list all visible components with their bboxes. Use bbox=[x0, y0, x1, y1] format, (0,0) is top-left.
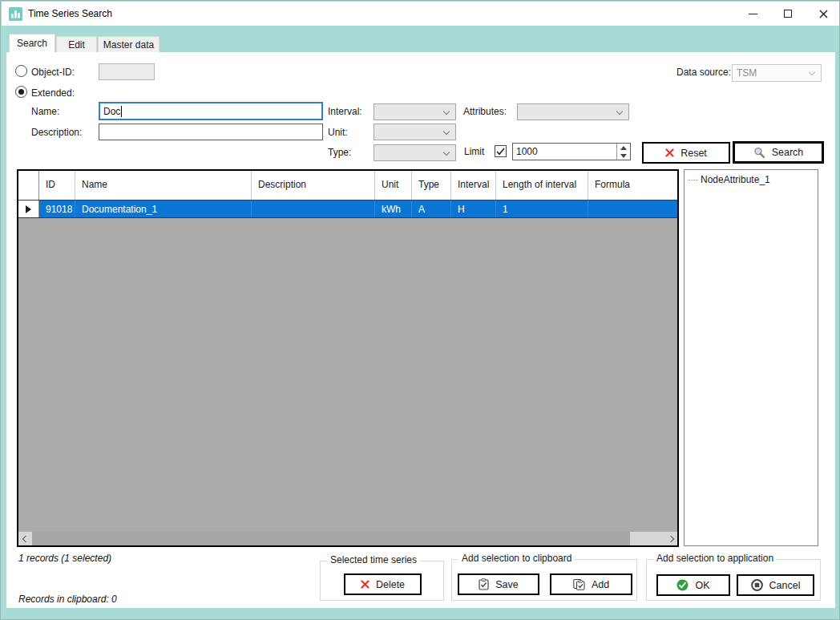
extended-radio[interactable] bbox=[15, 86, 27, 98]
grid-empty-area bbox=[18, 218, 677, 532]
cancel-button[interactable]: Cancel bbox=[737, 574, 814, 596]
grid-header-unit[interactable]: Unit bbox=[375, 171, 412, 200]
green-check-icon bbox=[676, 579, 689, 591]
chevron-down-icon bbox=[809, 69, 815, 75]
tree-item-label: NodeAttribute_1 bbox=[701, 174, 770, 185]
red-x-icon bbox=[665, 148, 674, 157]
row-marker-cell[interactable] bbox=[18, 201, 39, 217]
magnifier-icon bbox=[753, 147, 765, 159]
time-series-search-window: Time Series Search Search Edit Master da… bbox=[0, 0, 840, 620]
type-label: Type: bbox=[328, 147, 351, 158]
scrollbar-track[interactable] bbox=[630, 532, 664, 545]
limit-label: Limit bbox=[464, 146, 484, 157]
records-status: 1 records (1 selected) bbox=[18, 553, 111, 564]
grid-header-type[interactable]: Type bbox=[412, 171, 451, 200]
clipboard-add-icon bbox=[573, 578, 585, 590]
save-button[interactable]: Save bbox=[458, 573, 539, 595]
chevron-down-icon bbox=[443, 108, 450, 115]
attributes-label: Attributes: bbox=[463, 106, 507, 117]
tree-item-nodeattribute[interactable]: NodeAttribute_1 bbox=[688, 173, 814, 186]
table-row[interactable]: 91018 Documentation_1 kWh A H 1 bbox=[18, 201, 677, 218]
limit-spinner[interactable]: 1000 bbox=[512, 143, 631, 160]
unit-label: Unit: bbox=[328, 127, 348, 138]
object-id-field[interactable] bbox=[99, 63, 155, 80]
tab-edit[interactable]: Edit bbox=[56, 36, 97, 52]
maximize-button[interactable] bbox=[774, 2, 802, 26]
spinner-buttons bbox=[616, 144, 630, 160]
tree-connector-icon bbox=[688, 180, 698, 180]
attributes-select[interactable] bbox=[517, 103, 629, 120]
object-id-radio[interactable] bbox=[15, 65, 27, 77]
grid-header-name[interactable]: Name bbox=[75, 171, 252, 200]
name-input[interactable]: Doc bbox=[99, 102, 323, 120]
close-button[interactable] bbox=[810, 2, 837, 26]
search-button-label: Search bbox=[772, 147, 804, 158]
cell-length-of-interval[interactable]: 1 bbox=[496, 201, 588, 217]
limit-checkbox[interactable] bbox=[495, 145, 507, 157]
delete-button[interactable]: Delete bbox=[344, 573, 422, 595]
arrow-down-icon bbox=[620, 154, 627, 158]
reset-button-label: Reset bbox=[680, 148, 707, 159]
reset-button[interactable]: Reset bbox=[642, 142, 730, 164]
ok-button[interactable]: OK bbox=[656, 574, 730, 596]
minimize-button[interactable] bbox=[739, 2, 766, 26]
app-bar-chart-icon bbox=[9, 7, 22, 21]
grid-header-id[interactable]: ID bbox=[39, 171, 75, 200]
tab-search-label: Search bbox=[17, 38, 47, 49]
name-label: Name: bbox=[31, 106, 59, 117]
horizontal-scrollbar[interactable] bbox=[18, 532, 677, 545]
unit-select[interactable] bbox=[374, 124, 456, 140]
cell-name[interactable]: Documentation_1 bbox=[75, 201, 252, 217]
scroll-left-button[interactable] bbox=[18, 532, 32, 545]
window-title: Time Series Search bbox=[28, 8, 112, 19]
data-source-select[interactable]: TSM bbox=[732, 64, 822, 82]
close-icon bbox=[819, 10, 828, 18]
tab-master-data-label: Master data bbox=[103, 39, 154, 51]
clipboard-group-title: Add selection to clipboard bbox=[458, 553, 575, 564]
ok-button-label: OK bbox=[695, 580, 709, 591]
arrow-up-icon bbox=[620, 146, 627, 150]
interval-label: Interval: bbox=[328, 106, 362, 117]
spinner-down-button[interactable] bbox=[617, 152, 630, 160]
grid-header-interval[interactable]: Interval bbox=[451, 171, 496, 200]
delete-button-label: Delete bbox=[376, 579, 405, 590]
cell-interval[interactable]: H bbox=[451, 201, 496, 217]
grid-header-length-of-interval[interactable]: Length of interval bbox=[496, 171, 588, 200]
node-attribute-tree: NodeAttribute_1 bbox=[684, 169, 818, 546]
clipboard-check-icon bbox=[479, 578, 489, 590]
grid-header-marker[interactable] bbox=[18, 171, 39, 200]
chevron-down-icon bbox=[443, 128, 450, 135]
data-source-label: Data source: bbox=[676, 67, 731, 78]
data-source-value: TSM bbox=[737, 67, 757, 79]
scrollbar-thumb[interactable] bbox=[32, 532, 630, 545]
chevron-right-icon bbox=[667, 535, 673, 541]
description-label: Description: bbox=[31, 127, 82, 138]
cell-description[interactable] bbox=[252, 201, 375, 217]
search-tab-content: Object-ID: Data source: TSM Extended: Na… bbox=[6, 52, 835, 608]
interval-select[interactable] bbox=[374, 103, 456, 120]
red-x-icon bbox=[361, 580, 370, 589]
type-select[interactable] bbox=[374, 144, 456, 161]
add-button[interactable]: Add bbox=[550, 573, 632, 595]
clipboard-status: Records in clipboard: 0 bbox=[18, 594, 117, 605]
extended-label: Extended: bbox=[31, 87, 75, 99]
text-caret bbox=[121, 106, 122, 117]
grid-header-formula[interactable]: Formula bbox=[588, 171, 677, 200]
tab-master-data[interactable]: Master data bbox=[98, 36, 160, 52]
application-group-title: Add selection to application bbox=[653, 553, 777, 564]
cell-formula[interactable] bbox=[588, 201, 677, 217]
spinner-up-button[interactable] bbox=[617, 144, 630, 152]
cell-type[interactable]: A bbox=[412, 201, 451, 217]
check-icon bbox=[496, 148, 505, 156]
tab-search[interactable]: Search bbox=[9, 34, 55, 52]
cell-unit[interactable]: kWh bbox=[375, 201, 412, 217]
add-button-label: Add bbox=[592, 579, 609, 590]
search-button[interactable]: Search bbox=[733, 141, 824, 164]
cell-id[interactable]: 91018 bbox=[39, 201, 75, 217]
chevron-left-icon bbox=[22, 535, 28, 541]
grid-header-description[interactable]: Description bbox=[252, 171, 375, 200]
description-input[interactable] bbox=[99, 124, 323, 140]
scroll-right-button[interactable] bbox=[664, 532, 677, 545]
titlebar: Time Series Search bbox=[2, 2, 840, 26]
save-button-label: Save bbox=[495, 579, 519, 590]
